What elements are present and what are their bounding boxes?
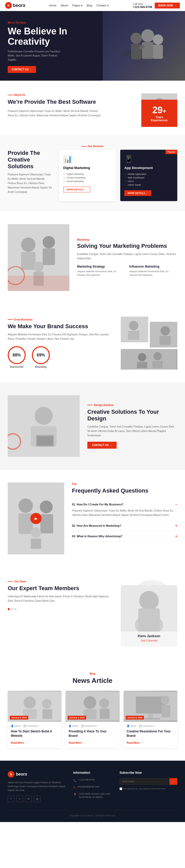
- faq-question-1[interactable]: 01. How Do I Create For My Business? −: [72, 502, 177, 506]
- service-card-digital: 📊 Digital Marketing Digital Marketing Co…: [59, 150, 116, 201]
- team-heading: Our Expert Team Members: [8, 585, 113, 592]
- team-dots: [8, 608, 113, 610]
- team-member-name: Paris Jackson: [121, 634, 177, 638]
- faq-toggle-3[interactable]: +: [175, 534, 177, 538]
- navigation: b beorx Home About Pages ▾ Blog Contact …: [0, 0, 185, 11]
- subscribe-submit-button[interactable]: →: [169, 778, 177, 785]
- play-button[interactable]: ▶: [30, 513, 42, 524]
- footer-information: Information 📞 +123-556-6750 ✉ example@gm…: [73, 771, 112, 802]
- services-cards: 📊 Digital Marketing Digital Marketing Co…: [59, 150, 177, 201]
- brand-tag: Grow Business: [8, 318, 113, 321]
- social-instagram[interactable]: ig: [34, 796, 40, 802]
- experience-badge: 29+ Years Experiences: [141, 100, 177, 127]
- svg-point-53: [84, 696, 96, 709]
- social-linkedin[interactable]: in: [25, 796, 32, 802]
- brand-img-3: [121, 349, 177, 370]
- marketing-content: Marketing Solving Your Marketing Problem…: [77, 238, 177, 277]
- logo[interactable]: b beorx: [5, 2, 25, 9]
- svg-point-61: [161, 696, 169, 705]
- faq-item-2: 02. How Are Measured In Marketing? +: [72, 521, 177, 531]
- footer-logo: b beorx: [8, 771, 65, 778]
- digital-item-3: Social Marketing: [63, 180, 112, 183]
- blog-grid: January 5, 2024 👤 admin 💬 Comment 0 How …: [8, 691, 177, 748]
- logo-icon: b: [5, 2, 12, 9]
- logo-text: beorx: [13, 3, 25, 8]
- blog-card-2: January 5, 2024 👤 admin 💬 Comment 0 Prov…: [65, 691, 119, 748]
- subscribe-checkbox[interactable]: [120, 787, 122, 790]
- nav-pages[interactable]: Pages ▾: [72, 4, 83, 7]
- footer-phone: +123-556-6750: [79, 778, 95, 782]
- svg-rect-62: [161, 705, 170, 717]
- read-more-3[interactable]: Read More →: [127, 741, 143, 744]
- digital-more-btn[interactable]: MORE DETAILS →: [63, 187, 90, 192]
- call-label: Call Now: [133, 3, 152, 5]
- hero-section: We're The Best We Believe In Creativity …: [0, 11, 185, 81]
- svg-rect-24: [160, 336, 171, 345]
- footer-address: 1234 North Avenue Luke Lane, South Bend,…: [79, 792, 112, 799]
- svg-rect-15: [43, 248, 55, 265]
- read-more-1[interactable]: Read More →: [11, 741, 27, 744]
- service-card-app: Popular 📱 App Development Mobile Applica…: [120, 150, 177, 201]
- hero-cta-button[interactable]: CONTACT US →: [8, 66, 36, 73]
- nav-contact[interactable]: Contact ⊙: [96, 4, 109, 7]
- digital-item-2: Content Marketing: [63, 176, 112, 180]
- svg-point-23: [161, 326, 170, 335]
- marketing-description: Euisfelitur Congue, Tortor Sed Convallis…: [77, 252, 177, 261]
- nav-blog[interactable]: Blog: [87, 4, 92, 7]
- faq-question-2[interactable]: 02. How Are Measured In Marketing? +: [72, 524, 177, 528]
- subscribe-note: By signing up, you agree to become best: [120, 787, 177, 790]
- svg-rect-51: [42, 709, 52, 719]
- blog-meta-1: 👤 admin 💬 Comment 0: [11, 725, 58, 727]
- team-member-role: Sub Columnist: [141, 639, 157, 642]
- svg-rect-42: [31, 538, 41, 549]
- design-contact-button[interactable]: CONTACT US →: [87, 442, 117, 448]
- read-more-2[interactable]: Read More →: [69, 741, 85, 744]
- social-facebook[interactable]: f: [8, 796, 14, 802]
- blog-body-3: 👤 admin 💬 Comment 0 Creative Resolutions…: [124, 722, 177, 748]
- faq-toggle-1[interactable]: −: [175, 502, 177, 506]
- services-inner: Provide The Creative Solutions Praesent …: [8, 150, 177, 201]
- dot-3[interactable]: [14, 608, 17, 610]
- app-more-btn[interactable]: MORE DETAILS →: [124, 190, 151, 196]
- faq-toggle-2[interactable]: +: [175, 524, 177, 528]
- blog-date-3: January 5, 2024: [126, 716, 144, 719]
- nav-about[interactable]: About: [61, 4, 68, 7]
- faq-question-3[interactable]: 03. What Is Reason Why Advertising? +: [72, 534, 177, 538]
- dot-2[interactable]: [11, 608, 13, 610]
- blog-author-2: 👤 admin: [69, 725, 79, 727]
- brand-heading: We Make Your Brand Success: [8, 323, 113, 330]
- blog-card-3: January 5, 2024 👤 admin 💬 Comment 0 Crea…: [124, 691, 177, 748]
- svg-rect-25: [122, 349, 177, 370]
- about-section: About Us We're Provide The Best Software…: [0, 81, 185, 134]
- nav-right: Call Now +123-566-6758 BOOK NOW →: [133, 3, 180, 8]
- svg-rect-13: [21, 252, 35, 270]
- footer-socials: f t in ig: [8, 796, 65, 802]
- blog-img-1: January 5, 2024: [8, 691, 61, 722]
- brand-image-grid: [121, 317, 177, 370]
- nav-home[interactable]: Home: [49, 4, 57, 7]
- blog-author-1: 👤 admin: [11, 725, 21, 727]
- footer-grid: b beorx Alanis vel Urna Posuere Augue Pr…: [8, 771, 177, 802]
- team-card: Paris Jackson Sub Columnist: [121, 585, 177, 647]
- social-twitter[interactable]: t: [17, 796, 23, 802]
- team-section: Our Team Our Expert Team Members Celeris…: [0, 567, 185, 659]
- app-item-1: Mobile Application: [124, 172, 173, 176]
- footer-email-item: ✉ example@gmail.com: [73, 785, 112, 790]
- blog-meta-2: 👤 admin 💬 Comment 0: [69, 725, 116, 727]
- faq-section: ▶ Faq Frequently Asked Questions 01. How…: [0, 470, 185, 567]
- about-description: Praesent Dapinum Ullamcorper Turpe Eu Mo…: [8, 109, 105, 118]
- subscribe-email-input[interactable]: [120, 778, 168, 785]
- blog-comments-3: 💬 Comment 0: [139, 725, 155, 727]
- design-description: Confelitur Congue, Tortor Sed Convallis …: [87, 425, 177, 438]
- services-heading: Provide The Creative Solutions: [8, 150, 54, 170]
- quote-button[interactable]: BOOK NOW →: [155, 3, 180, 8]
- blog-title-1: How To Start Sketch Build A Website: [11, 729, 58, 738]
- footer-address-item: 📍 1234 North Avenue Luke Lane, South Ben…: [73, 792, 112, 799]
- phone-icon: 📞: [73, 778, 77, 783]
- faq-image: ▶: [8, 483, 64, 554]
- svg-point-14: [43, 236, 55, 248]
- blog-meta-3: 👤 admin 💬 Comment 0: [127, 725, 174, 727]
- stat-num-1: 88%: [8, 346, 26, 364]
- dot-1[interactable]: [8, 608, 10, 610]
- team-card-area: Paris Jackson Sub Columnist: [121, 580, 177, 647]
